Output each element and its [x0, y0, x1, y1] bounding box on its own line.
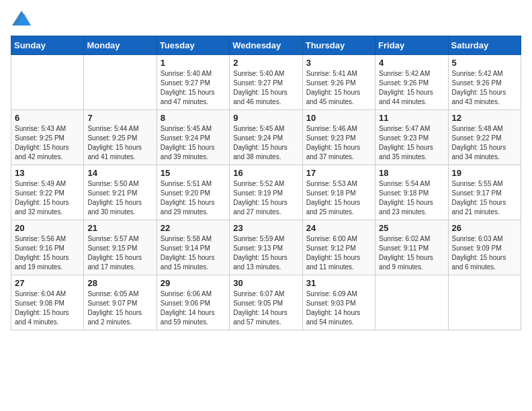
- day-number: 1: [161, 58, 226, 68]
- calendar-day-cell: 20Sunrise: 5:56 AMSunset: 9:16 PMDayligh…: [11, 220, 84, 275]
- calendar-day-cell: 26Sunrise: 6:03 AMSunset: 9:09 PMDayligh…: [448, 220, 521, 275]
- page-header: [11, 11, 521, 29]
- day-info: Sunrise: 5:55 AMSunset: 9:17 PMDaylight:…: [452, 179, 517, 217]
- day-number: 2: [233, 58, 298, 68]
- day-number: 8: [161, 113, 226, 123]
- calendar-day-cell: 21Sunrise: 5:57 AMSunset: 9:15 PMDayligh…: [84, 220, 157, 275]
- day-info: Sunrise: 5:47 AMSunset: 9:23 PMDaylight:…: [379, 124, 444, 162]
- calendar-day-cell: 6Sunrise: 5:43 AMSunset: 9:25 PMDaylight…: [11, 110, 84, 165]
- day-number: 28: [87, 278, 152, 288]
- day-info: Sunrise: 6:00 AMSunset: 9:12 PMDaylight:…: [306, 234, 371, 272]
- day-number: 21: [87, 223, 152, 233]
- day-number: 29: [161, 278, 226, 288]
- day-of-week-header: Monday: [84, 36, 157, 55]
- day-info: Sunrise: 5:42 AMSunset: 9:26 PMDaylight:…: [379, 69, 444, 107]
- day-of-week-header: Tuesday: [157, 36, 229, 55]
- calendar-day-cell: 13Sunrise: 5:49 AMSunset: 9:22 PMDayligh…: [11, 165, 84, 220]
- day-info: Sunrise: 5:44 AMSunset: 9:25 PMDaylight:…: [87, 124, 152, 162]
- calendar-week-row: 1Sunrise: 5:40 AMSunset: 9:27 PMDaylight…: [11, 55, 521, 110]
- calendar-day-cell: [11, 55, 84, 110]
- calendar-week-row: 20Sunrise: 5:56 AMSunset: 9:16 PMDayligh…: [11, 220, 521, 275]
- day-of-week-header: Friday: [375, 36, 448, 55]
- day-of-week-header: Saturday: [448, 36, 521, 55]
- day-info: Sunrise: 5:42 AMSunset: 9:26 PMDaylight:…: [452, 69, 517, 107]
- day-number: 4: [379, 58, 444, 68]
- day-number: 19: [452, 168, 517, 178]
- day-number: 16: [233, 168, 298, 178]
- day-info: Sunrise: 5:49 AMSunset: 9:22 PMDaylight:…: [15, 179, 80, 217]
- day-number: 25: [379, 223, 444, 233]
- day-of-week-header: Sunday: [11, 36, 84, 55]
- day-number: 10: [306, 113, 371, 123]
- calendar-day-cell: [84, 55, 157, 110]
- day-number: 27: [15, 278, 80, 288]
- calendar-table: SundayMondayTuesdayWednesdayThursdayFrid…: [11, 36, 521, 330]
- calendar-day-cell: 30Sunrise: 6:07 AMSunset: 9:05 PMDayligh…: [230, 275, 302, 330]
- day-info: Sunrise: 6:09 AMSunset: 9:03 PMDaylight:…: [306, 289, 371, 327]
- calendar-week-row: 27Sunrise: 6:04 AMSunset: 9:08 PMDayligh…: [11, 275, 521, 330]
- day-number: 22: [161, 223, 226, 233]
- calendar-day-cell: 24Sunrise: 6:00 AMSunset: 9:12 PMDayligh…: [302, 220, 375, 275]
- calendar-day-cell: 1Sunrise: 5:40 AMSunset: 9:27 PMDaylight…: [157, 55, 229, 110]
- calendar-day-cell: 3Sunrise: 5:41 AMSunset: 9:26 PMDaylight…: [302, 55, 375, 110]
- day-info: Sunrise: 5:43 AMSunset: 9:25 PMDaylight:…: [15, 124, 80, 162]
- calendar-day-cell: 14Sunrise: 5:50 AMSunset: 9:21 PMDayligh…: [84, 165, 157, 220]
- day-number: 17: [306, 168, 371, 178]
- day-number: 7: [87, 113, 152, 123]
- calendar-day-cell: 7Sunrise: 5:44 AMSunset: 9:25 PMDaylight…: [84, 110, 157, 165]
- day-number: 31: [306, 278, 371, 288]
- calendar-day-cell: [448, 275, 521, 330]
- day-number: 6: [15, 113, 80, 123]
- day-info: Sunrise: 5:58 AMSunset: 9:14 PMDaylight:…: [161, 234, 226, 272]
- day-info: Sunrise: 5:45 AMSunset: 9:24 PMDaylight:…: [233, 124, 298, 162]
- day-number: 24: [306, 223, 371, 233]
- calendar-week-row: 6Sunrise: 5:43 AMSunset: 9:25 PMDaylight…: [11, 110, 521, 165]
- calendar-day-cell: 10Sunrise: 5:46 AMSunset: 9:23 PMDayligh…: [302, 110, 375, 165]
- day-number: 23: [233, 223, 298, 233]
- day-number: 18: [379, 168, 444, 178]
- day-number: 5: [452, 58, 517, 68]
- calendar-day-cell: 8Sunrise: 5:45 AMSunset: 9:24 PMDaylight…: [157, 110, 229, 165]
- calendar-day-cell: 29Sunrise: 6:06 AMSunset: 9:06 PMDayligh…: [157, 275, 229, 330]
- day-info: Sunrise: 5:53 AMSunset: 9:18 PMDaylight:…: [306, 179, 371, 217]
- calendar-day-cell: 25Sunrise: 6:02 AMSunset: 9:11 PMDayligh…: [375, 220, 448, 275]
- calendar-day-cell: 22Sunrise: 5:58 AMSunset: 9:14 PMDayligh…: [157, 220, 229, 275]
- day-of-week-header: Wednesday: [230, 36, 302, 55]
- day-number: 15: [161, 168, 226, 178]
- calendar-day-cell: 31Sunrise: 6:09 AMSunset: 9:03 PMDayligh…: [302, 275, 375, 330]
- calendar-day-cell: 11Sunrise: 5:47 AMSunset: 9:23 PMDayligh…: [375, 110, 448, 165]
- day-info: Sunrise: 6:07 AMSunset: 9:05 PMDaylight:…: [233, 289, 298, 327]
- calendar-day-cell: 28Sunrise: 6:05 AMSunset: 9:07 PMDayligh…: [84, 275, 157, 330]
- day-number: 26: [452, 223, 517, 233]
- day-info: Sunrise: 5:50 AMSunset: 9:21 PMDaylight:…: [87, 179, 152, 217]
- calendar-day-cell: [375, 275, 448, 330]
- day-info: Sunrise: 5:41 AMSunset: 9:26 PMDaylight:…: [306, 69, 371, 107]
- day-info: Sunrise: 5:46 AMSunset: 9:23 PMDaylight:…: [306, 124, 371, 162]
- day-number: 12: [452, 113, 517, 123]
- calendar-day-cell: 4Sunrise: 5:42 AMSunset: 9:26 PMDaylight…: [375, 55, 448, 110]
- day-info: Sunrise: 6:05 AMSunset: 9:07 PMDaylight:…: [87, 289, 152, 327]
- calendar-day-cell: 15Sunrise: 5:51 AMSunset: 9:20 PMDayligh…: [157, 165, 229, 220]
- day-info: Sunrise: 6:02 AMSunset: 9:11 PMDaylight:…: [379, 234, 444, 272]
- day-info: Sunrise: 5:51 AMSunset: 9:20 PMDaylight:…: [161, 179, 226, 217]
- calendar-day-cell: 12Sunrise: 5:48 AMSunset: 9:22 PMDayligh…: [448, 110, 521, 165]
- calendar-day-cell: 2Sunrise: 5:40 AMSunset: 9:27 PMDaylight…: [230, 55, 302, 110]
- day-of-week-header: Thursday: [302, 36, 375, 55]
- logo-icon: [12, 11, 31, 26]
- day-info: Sunrise: 5:40 AMSunset: 9:27 PMDaylight:…: [233, 69, 298, 107]
- logo-text: [11, 11, 31, 29]
- day-info: Sunrise: 5:48 AMSunset: 9:22 PMDaylight:…: [452, 124, 517, 162]
- day-info: Sunrise: 5:59 AMSunset: 9:13 PMDaylight:…: [233, 234, 298, 272]
- day-number: 11: [379, 113, 444, 123]
- day-info: Sunrise: 5:56 AMSunset: 9:16 PMDaylight:…: [15, 234, 80, 272]
- calendar-day-cell: 16Sunrise: 5:52 AMSunset: 9:19 PMDayligh…: [230, 165, 302, 220]
- day-number: 9: [233, 113, 298, 123]
- day-info: Sunrise: 5:40 AMSunset: 9:27 PMDaylight:…: [161, 69, 226, 107]
- day-number: 20: [15, 223, 80, 233]
- day-info: Sunrise: 6:04 AMSunset: 9:08 PMDaylight:…: [15, 289, 80, 327]
- calendar-week-row: 13Sunrise: 5:49 AMSunset: 9:22 PMDayligh…: [11, 165, 521, 220]
- calendar-day-cell: 27Sunrise: 6:04 AMSunset: 9:08 PMDayligh…: [11, 275, 84, 330]
- calendar-day-cell: 9Sunrise: 5:45 AMSunset: 9:24 PMDaylight…: [230, 110, 302, 165]
- day-number: 13: [15, 168, 80, 178]
- day-info: Sunrise: 6:06 AMSunset: 9:06 PMDaylight:…: [161, 289, 226, 327]
